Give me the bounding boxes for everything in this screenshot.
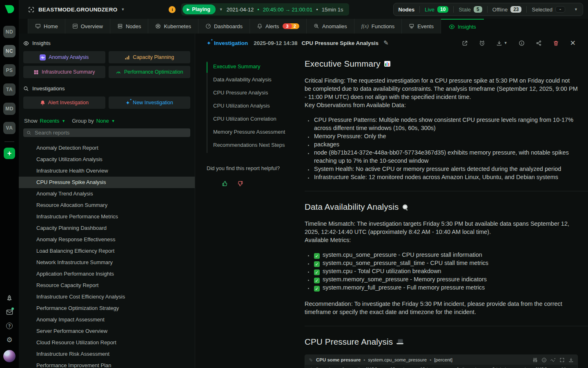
report-list-item[interactable]: Anomaly Trend Analysis: [19, 188, 195, 200]
performance-optimization-button[interactable]: Performance Optimization: [109, 66, 191, 78]
search-icon: [27, 130, 31, 135]
report-list-item[interactable]: CPU Pressure Spike Analysis: [19, 177, 195, 188]
show-label: Show: [24, 118, 38, 124]
news-alert-icon[interactable]: i: [169, 6, 176, 13]
report-list-item[interactable]: Application Performance Insights: [19, 268, 195, 280]
search-reports-input[interactable]: [35, 130, 187, 136]
chart-filters-icon[interactable]: [532, 357, 538, 363]
workspace-button[interactable]: MD: [3, 103, 16, 115]
group-by-chevron-icon[interactable]: ▼: [111, 119, 115, 123]
toc-item[interactable]: CPU Utilization Analysis: [207, 101, 305, 114]
alert-investigation-button[interactable]: Alert Investigation: [23, 96, 105, 109]
tab-events[interactable]: Events: [402, 19, 441, 34]
nodes-chevron-icon[interactable]: ▼: [574, 7, 578, 11]
workspace-button[interactable]: ND: [3, 26, 16, 38]
chart-fullscreen-icon[interactable]: [559, 357, 565, 363]
tab-kubernetes[interactable]: Kubernetes: [148, 19, 198, 34]
critical-alerts-badge: 3: [283, 23, 292, 29]
tab-home[interactable]: Home: [28, 19, 65, 34]
investigation-type-badge[interactable]: ✦ Investigation: [207, 40, 248, 46]
chart-download-icon[interactable]: [568, 357, 574, 363]
workspace-button[interactable]: PS: [3, 64, 16, 76]
cpu-pressure-chart[interactable]: CPU some pressure • system.cpu_some_pres…: [305, 355, 578, 368]
eye-icon: [23, 40, 29, 46]
date-separator: •: [257, 7, 259, 13]
nodes-summary-item[interactable]: Stale 5: [453, 6, 487, 13]
netdata-logo[interactable]: [0, 0, 19, 19]
toc-item[interactable]: Recommendations Next Steps: [207, 140, 305, 153]
add-workspace-button[interactable]: +: [4, 148, 15, 159]
toc-item[interactable]: Memory Pressure Assessment: [207, 127, 305, 140]
info-icon[interactable]: [519, 40, 525, 46]
space-selector[interactable]: BEASTMODE.GROUNDZERO ▼: [28, 6, 125, 13]
toc-item[interactable]: CPU Utilization Correlation: [207, 114, 305, 127]
capacity-planning-button[interactable]: Capacity Planning: [109, 51, 191, 63]
tab-functions[interactable]: f(x)Functions: [354, 19, 402, 34]
open-external-icon[interactable]: [462, 40, 468, 46]
report-list-item[interactable]: Capacity Planning Dashboard: [19, 222, 195, 234]
playback-chevron-icon[interactable]: ▼: [219, 7, 223, 11]
anomaly-analysis-button[interactable]: Anomaly Analysis: [23, 51, 105, 63]
report-list-item[interactable]: Cloud Resource Utilization Report: [19, 337, 195, 348]
nodes-summary-item[interactable]: Selected -: [526, 6, 570, 13]
tab-dashboards[interactable]: Dashboards: [198, 19, 250, 34]
help-icon[interactable]: ?: [6, 322, 13, 330]
group-by-value-dropdown[interactable]: None: [96, 118, 109, 124]
nodes-state-label: Selected: [532, 7, 552, 13]
chart-badge-icon: [309, 358, 313, 362]
check-icon: ✓: [314, 269, 320, 275]
show-chevron-icon[interactable]: ▼: [62, 119, 65, 123]
report-list-item[interactable]: Network Infrastructure Summary: [19, 257, 195, 268]
report-list-item[interactable]: Infrastructure Performance Metrics: [19, 211, 195, 222]
report-list-item[interactable]: Anomaly Response Effectiveness: [19, 234, 195, 245]
nodes-summary-item[interactable]: Offline 23: [487, 6, 527, 13]
thumbs-up-icon[interactable]: [222, 180, 228, 187]
edit-title-icon[interactable]: ✎: [383, 39, 389, 47]
delete-trash-icon[interactable]: [553, 40, 559, 46]
chart-anomalies-icon[interactable]: [550, 357, 556, 363]
rocket-icon[interactable]: [6, 294, 13, 302]
thumbs-down-icon[interactable]: [237, 180, 243, 187]
report-list-item[interactable]: Load Balancing Efficiency Report: [19, 245, 195, 257]
tab-insights[interactable]: Insights: [441, 19, 484, 34]
toc-item[interactable]: Executive Summary: [207, 61, 305, 74]
search-reports-box[interactable]: [23, 128, 190, 137]
schedule-alarm-icon[interactable]: [479, 40, 485, 46]
play-status-pill[interactable]: ▶ Playing: [183, 4, 215, 14]
workspace-button[interactable]: NC: [3, 45, 16, 57]
report-list-item[interactable]: Capacity Utilization Analysis: [19, 154, 195, 165]
infrastructure-summary-button[interactable]: Infrastructure Summary: [23, 66, 105, 78]
new-investigation-button[interactable]: ✦ New Investigation: [109, 96, 191, 109]
report-list-item[interactable]: Resource Capacity Report: [19, 280, 195, 291]
tab-alerts[interactable]: Alerts 3 2: [250, 19, 307, 34]
feedback-prompt: Did you find this report helpful?: [207, 165, 305, 171]
share-icon[interactable]: [536, 40, 542, 46]
user-avatar[interactable]: [3, 350, 16, 362]
report-list-item[interactable]: Performance Improvement Plan: [19, 360, 195, 368]
settings-gear-icon[interactable]: ⚙: [6, 336, 13, 343]
grid-icon: [33, 70, 39, 75]
download-menu[interactable]: ▼: [496, 40, 508, 46]
close-icon[interactable]: ✕: [570, 39, 576, 47]
show-value-dropdown[interactable]: Recents: [40, 118, 60, 124]
feedback-mail-icon[interactable]: [6, 308, 13, 316]
report-list-item[interactable]: Infrastructure Risk Assessment: [19, 348, 195, 360]
report-list-item[interactable]: Anomaly Impact Assessment: [19, 314, 195, 325]
tab-anomalies[interactable]: Anomalies: [307, 19, 354, 34]
toc-item[interactable]: CPU Pressure Analysis: [207, 88, 305, 101]
workspace-button[interactable]: VA: [3, 122, 16, 134]
tab-overview[interactable]: Overview: [65, 19, 110, 34]
nodes-summary[interactable]: Nodes Live 10 Stale 5 Offline 23 Selecte…: [393, 3, 584, 16]
report-list-item[interactable]: Performance Optimization Strategy: [19, 303, 195, 314]
report-list-item[interactable]: Server Performance Overview: [19, 325, 195, 337]
report-list-item[interactable]: Infrastructure Cost Efficiency Analysis: [19, 291, 195, 303]
tab-nodes[interactable]: Nodes: [110, 19, 149, 34]
workspace-button[interactable]: TA: [3, 83, 16, 96]
toc-item[interactable]: Data Availability Analysis: [207, 74, 305, 88]
playback-control[interactable]: ▶ Playing ▼ 2021-04-12 • 20:45:00 → 21:0…: [181, 3, 349, 16]
nodes-summary-item[interactable]: Live 10: [419, 6, 453, 13]
report-list-item[interactable]: Anomaly Detection Report: [19, 142, 195, 154]
report-list-item[interactable]: Infrastructure Health Overview: [19, 165, 195, 177]
chart-info-icon[interactable]: [541, 357, 547, 363]
report-list-item[interactable]: Resource Allocation Summary: [19, 200, 195, 211]
